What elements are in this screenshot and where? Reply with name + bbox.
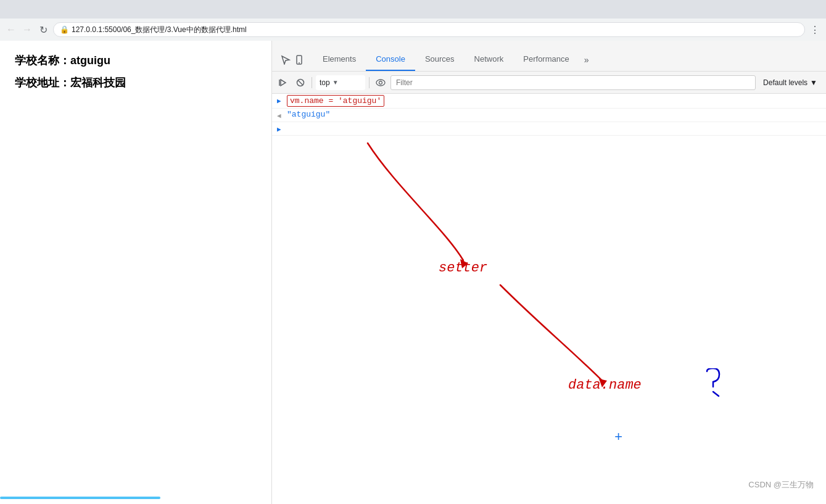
devtools-toolbar: top ▼ Default levels ▼: [272, 72, 826, 94]
context-arrow-icon: ▼: [332, 79, 339, 86]
annotation-arrows-svg: [272, 94, 826, 504]
browser-nav: ← → ↻ 🔒 127.0.0.1:5500/06_数据代理/3.Vue中的数据…: [0, 19, 826, 41]
console-line-1: ▶ vm.name = 'atguigu': [272, 94, 826, 109]
mobile-icon[interactable]: [293, 54, 305, 66]
address-text: 127.0.0.1:5500/06_数据代理/3.Vue中的数据代理.html: [72, 25, 247, 35]
browser-chrome: ← → ↻ 🔒 127.0.0.1:5500/06_数据代理/3.Vue中的数据…: [0, 0, 826, 41]
school-addr: 学校地址：宏福科技园: [15, 75, 257, 90]
toolbar-separator-2: [369, 77, 370, 88]
school-addr-label: 学校地址：: [15, 76, 70, 89]
more-tabs-button[interactable]: »: [579, 50, 594, 71]
forward-button[interactable]: →: [21, 23, 33, 36]
school-name: 学校名称：atguigu: [15, 53, 257, 68]
console-code-1: vm.name = 'atguigu': [287, 95, 384, 107]
reload-button[interactable]: ↻: [37, 23, 49, 36]
svg-line-5: [298, 80, 303, 85]
address-bar[interactable]: 🔒 127.0.0.1:5500/06_数据代理/3.Vue中的数据代理.htm…: [53, 22, 805, 37]
plus-sign: +: [614, 430, 622, 445]
back-button[interactable]: ←: [5, 23, 17, 36]
svg-marker-2: [281, 80, 286, 86]
svg-marker-9: [599, 379, 607, 387]
devtools-panel: Elements Console Sources Network Perform…: [271, 41, 826, 504]
settings-button[interactable]: ⋮: [809, 23, 821, 36]
return-icon-2: ◀: [277, 112, 283, 120]
setter-label: setter: [439, 260, 487, 276]
expand-icon-1[interactable]: ▶: [277, 97, 283, 105]
school-addr-value: 宏福科技园: [70, 76, 126, 89]
devtools-icon-buttons: [275, 54, 310, 71]
devtools-tabs: Elements Console Sources Network Perform…: [272, 41, 826, 72]
csdn-watermark: CSDN @三生万物: [748, 479, 814, 490]
browser-titlebar: [0, 0, 826, 19]
scrollbar-indicator: [0, 497, 160, 499]
context-value: top: [320, 78, 330, 87]
toolbar-separator: [312, 77, 312, 88]
tab-elements[interactable]: Elements: [313, 49, 366, 71]
school-name-label: 学校名称：: [15, 54, 70, 67]
tab-sources[interactable]: Sources: [415, 49, 465, 71]
execute-button[interactable]: [276, 75, 291, 90]
svg-marker-8: [460, 259, 468, 268]
lock-icon: 🔒: [60, 25, 69, 34]
webpage: 学校名称：atguigu 学校地址：宏福科技园: [0, 41, 271, 504]
page-content: 学校名称：atguigu 学校地址：宏福科技园 Elements Console…: [0, 41, 826, 504]
console-output: ▶ vm.name = 'atguigu' ◀ "atguigu" ▶: [272, 94, 826, 504]
default-levels-button[interactable]: Default levels ▼: [758, 77, 822, 88]
annotation-overlay: setter data.name +: [272, 94, 826, 504]
question-mark: [704, 368, 722, 405]
console-line-3[interactable]: ▶: [272, 122, 826, 136]
tab-performance[interactable]: Performance: [513, 49, 579, 71]
console-string-2: "atguigu": [287, 110, 330, 119]
svg-point-6: [376, 80, 385, 86]
cursor-icon[interactable]: [279, 54, 292, 66]
console-line-2: ◀ "atguigu": [272, 109, 826, 122]
tab-network[interactable]: Network: [465, 49, 514, 71]
filter-input[interactable]: [390, 75, 756, 90]
svg-point-7: [379, 81, 382, 84]
context-select[interactable]: top ▼: [316, 75, 365, 90]
prompt-icon-3: ▶: [277, 125, 283, 133]
tab-console[interactable]: Console: [366, 49, 415, 71]
levels-arrow-icon: ▼: [810, 78, 817, 87]
svg-line-10: [713, 392, 719, 396]
eye-button[interactable]: [373, 75, 388, 90]
school-name-value: atguigu: [70, 54, 110, 67]
block-button[interactable]: [293, 75, 308, 90]
dataname-label: data.name: [568, 378, 642, 393]
default-levels-label: Default levels: [763, 78, 807, 87]
